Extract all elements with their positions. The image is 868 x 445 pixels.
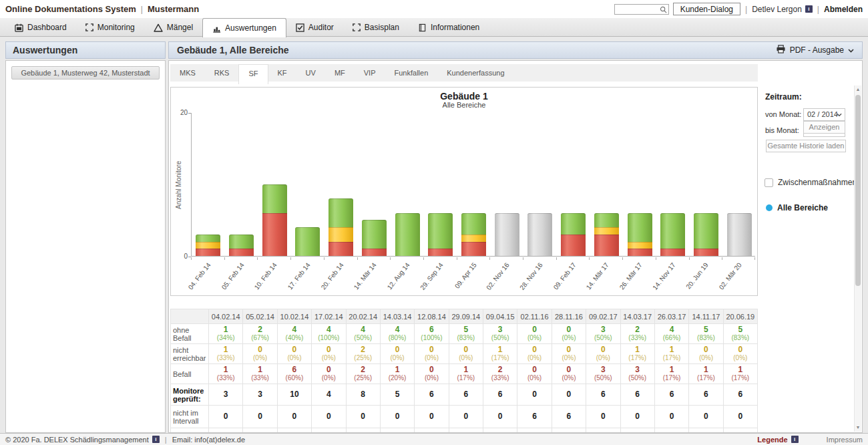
table-cell: 6(60%) (277, 364, 311, 384)
pdf-ausgabe-button[interactable]: PDF - Ausgabe (776, 45, 854, 55)
table-cell: 2(33%) (620, 324, 654, 344)
table-corner-cell (171, 309, 209, 324)
app-window: Online Dokumentations System|Mustermann … (0, 0, 868, 445)
x-tick-mark (357, 257, 358, 260)
nav-tab-dashboard[interactable]: Dashboard (5, 18, 76, 37)
bar-segment-yellow (196, 242, 220, 249)
sub-tab-mf[interactable]: MF (325, 64, 355, 82)
sidebar-title: Auswertungen (13, 45, 77, 55)
table-cell: 0 (209, 406, 243, 428)
zwischenmassnahmen-checkbox[interactable] (765, 178, 773, 187)
nav-tab-label: Basisplan (365, 23, 399, 32)
main-header: Gebäude 1, Alle Bereiche PDF - Ausgabe (168, 41, 863, 59)
stacked-bar[interactable] (495, 213, 519, 257)
sub-tab-vip[interactable]: VIP (355, 64, 385, 82)
table-cell (171, 428, 209, 434)
bar-segment-green (362, 220, 387, 249)
bar-segment-gray (727, 213, 752, 257)
table-date-header: 14.03.14 (380, 309, 414, 324)
bar-segment-yellow (329, 227, 353, 242)
vertical-scrollbar[interactable]: ▲ ▼ (854, 86, 861, 432)
anzeigen-button[interactable]: Anzeigen (803, 121, 845, 134)
search-box (614, 4, 669, 15)
stacked-bar[interactable] (694, 213, 718, 257)
stacked-bar[interactable] (628, 213, 652, 257)
sub-tab-mks[interactable]: MKS (170, 64, 205, 82)
nav-tab-informationen[interactable]: Informationen (409, 18, 489, 37)
table-cell: 6(100%) (415, 324, 449, 344)
sub-tab-uv[interactable]: UV (296, 64, 325, 82)
x-tick-label: 28. Nov 16 (509, 261, 544, 304)
x-tick-label: 14. Mär 17 (575, 261, 610, 304)
table-cell: 0(0%) (517, 324, 552, 344)
nav-tab-label: Auditor (308, 23, 334, 32)
scrollbar-thumb[interactable] (855, 95, 861, 286)
table-cell: 0(0%) (723, 344, 757, 364)
stacked-bar[interactable] (660, 213, 685, 257)
bar-segment-green (628, 213, 652, 242)
stacked-bar[interactable] (229, 235, 254, 256)
y-tick-label: 20 (176, 109, 188, 116)
stacked-bar[interactable] (561, 213, 586, 257)
bar-segment-green (694, 213, 718, 249)
table-row-nicht-im-intervall: nicht im Intervall0000000006600000 (171, 406, 758, 428)
stacked-bar[interactable] (727, 213, 752, 257)
stacked-bar[interactable] (295, 227, 320, 256)
sub-tab-kf[interactable]: KF (268, 64, 296, 82)
footer-info-icon[interactable]: i (152, 436, 160, 443)
stacked-bar[interactable] (428, 213, 453, 257)
table-cell: 1(34%) (209, 324, 243, 344)
sidebar-header: Auswertungen (5, 41, 166, 59)
sub-tab-rks[interactable]: RKS (205, 64, 239, 82)
stacked-bar[interactable] (527, 213, 552, 257)
table-cell: 1(33%) (243, 364, 277, 384)
nav-tab-auditor[interactable]: Auditor (286, 18, 343, 37)
stacked-bar[interactable] (362, 220, 387, 256)
table-cell: 6 (552, 406, 586, 428)
nav-tab-basisplan[interactable]: Basisplan (343, 18, 409, 37)
sub-tab-funkfallen[interactable]: Funkfallen (385, 64, 438, 82)
user-info-icon[interactable]: i (805, 5, 813, 13)
scroll-down-icon[interactable]: ▼ (855, 424, 861, 432)
stacked-bar[interactable] (461, 213, 486, 257)
stacked-bar[interactable] (329, 198, 353, 256)
nav-tab-monitoring[interactable]: Monitoring (76, 18, 144, 37)
gesamte-historie-button[interactable]: Gesamte Historie laden (766, 140, 846, 152)
user-name[interactable]: Detlev Lergon (752, 5, 802, 14)
table-cell: 1(17%) (723, 364, 757, 384)
header-separator: | (745, 5, 747, 14)
table-cell: 3 (243, 384, 277, 406)
nav-tab-label: Mängel (167, 23, 193, 32)
x-tick-label: 02. Nov 16 (475, 261, 511, 304)
bar-segment-yellow (594, 227, 619, 235)
x-tick-mark (290, 257, 291, 260)
sub-tab-kundenerfassung[interactable]: Kundenerfassung (437, 64, 513, 82)
top-header: Online Dokumentations System|Mustermann … (0, 0, 868, 18)
bar-segment-green (329, 198, 353, 227)
stacked-bar[interactable] (196, 235, 220, 256)
row-label: Monitore geprüft: (171, 384, 209, 406)
email-text: Email: info(at)delex.de (172, 436, 245, 444)
legende-link[interactable]: Legende (757, 436, 787, 444)
kunden-dialog-button[interactable]: Kunden-Dialog (673, 3, 740, 15)
sidebar-item-building[interactable]: Gebäude 1, Musterweg 42, Musterstadt (11, 66, 160, 80)
table-row-ohne-befall: ohne Befall1(34%)2(67%)4(40%)4(100%)4(50… (171, 324, 758, 344)
nav-tab-auswertungen[interactable]: Auswertungen (202, 18, 286, 37)
stacked-bar[interactable] (262, 184, 287, 257)
stacked-bar[interactable] (594, 213, 619, 257)
table-cell (346, 428, 380, 434)
logout-link[interactable]: Abmelden (824, 5, 863, 14)
von-monat-select[interactable]: 02 / 2014 (803, 108, 845, 121)
sub-tab-sf[interactable]: SF (238, 64, 268, 84)
search-icon[interactable] (660, 6, 667, 15)
legende-info-icon[interactable]: i (791, 436, 799, 443)
bar-segment-green (196, 235, 220, 242)
stacked-bar[interactable] (395, 213, 420, 257)
nav-tab-mngel[interactable]: Mängel (144, 18, 202, 37)
legend-dot-icon (766, 204, 773, 211)
table-cell: 0(0%) (415, 364, 449, 384)
table-cell: 4 (312, 384, 346, 406)
impressum-link[interactable]: Impressum (827, 436, 863, 444)
bar-segment-green (660, 213, 685, 249)
scroll-up-icon[interactable]: ▲ (855, 86, 861, 94)
